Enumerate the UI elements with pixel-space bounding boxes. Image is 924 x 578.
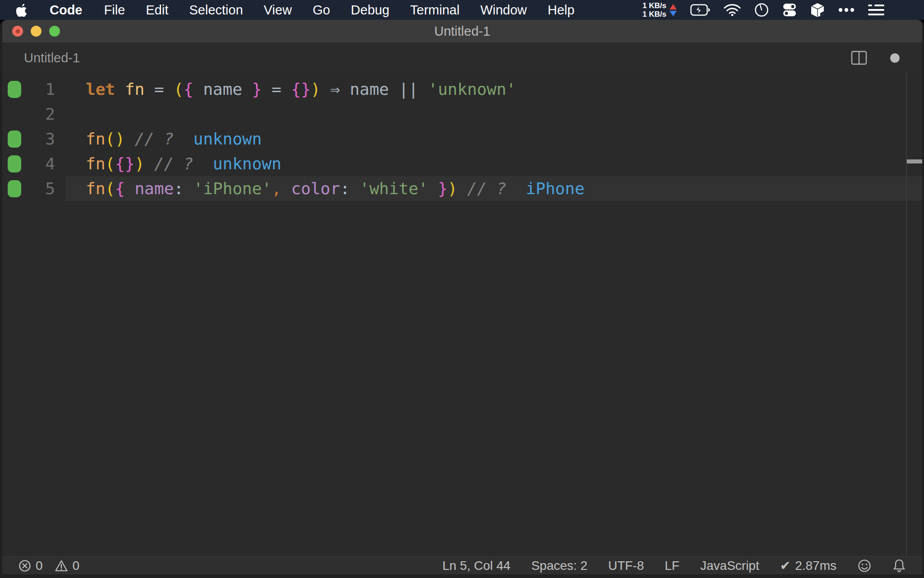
menu-item-selection[interactable]: Selection xyxy=(189,3,243,18)
window-bottom-edge xyxy=(2,574,922,578)
line-number: 4 xyxy=(2,151,55,176)
menu-item-window[interactable]: Window xyxy=(480,3,527,18)
menu-item-terminal[interactable]: Terminal xyxy=(410,3,460,18)
clock-icon[interactable] xyxy=(754,3,769,17)
code-lines: 1let fn = ({ name } = {}) ⇒ name || 'unk… xyxy=(2,77,922,201)
tab-actions xyxy=(850,49,900,66)
status-bar-right: Ln 5, Col 44 Spaces: 2 UTF-8 LF JavaScri… xyxy=(442,558,906,573)
code-text: let fn = ({ name } = {}) ⇒ name || 'unkn… xyxy=(86,77,516,102)
zoom-button[interactable] xyxy=(49,26,60,37)
menu-item-app[interactable]: Code xyxy=(50,3,83,18)
line-number: 1 xyxy=(2,77,55,102)
vscode-window: Untitled-1 Untitled-1 1let fn = ({ name … xyxy=(0,20,924,578)
feedback-smiley-icon[interactable] xyxy=(857,559,872,573)
split-editor-icon[interactable] xyxy=(850,49,868,66)
traffic-lights xyxy=(12,20,60,42)
perf-time: 2.87ms xyxy=(795,559,836,573)
menubar-status-area: 1 KB/s 1 KB/s xyxy=(642,1,924,19)
menu-items: FileEditSelectionViewGoDebugTerminalWind… xyxy=(104,3,575,18)
wifi-icon[interactable] xyxy=(724,4,741,16)
cursor-position-marker xyxy=(907,159,922,163)
tab-untitled-1[interactable]: Untitled-1 xyxy=(24,51,80,65)
minimize-button[interactable] xyxy=(31,26,42,37)
toggles-icon[interactable] xyxy=(782,3,797,17)
menu-item-debug[interactable]: Debug xyxy=(351,3,389,18)
status-bar: 0 0 Ln 5, Col 44 Spaces: 2 UTF-8 LF Java… xyxy=(2,556,922,574)
net-down-label: 1 KB/s xyxy=(642,10,666,19)
error-count: 0 xyxy=(36,559,43,573)
overview-ruler xyxy=(906,73,907,556)
code-line-4[interactable]: 4fn({}) // ? unknown xyxy=(2,151,922,176)
network-speed-indicator[interactable]: 1 KB/s 1 KB/s xyxy=(642,1,677,19)
apple-menu[interactable] xyxy=(16,3,28,17)
menu-item-view[interactable]: View xyxy=(264,3,292,18)
line-number: 3 xyxy=(2,126,55,151)
code-line-1[interactable]: 1let fn = ({ name } = {}) ⇒ name || 'unk… xyxy=(2,77,922,102)
code-line-5[interactable]: 5fn({ name: 'iPhone', color: 'white' }) … xyxy=(2,176,922,201)
unsaved-indicator-dot xyxy=(16,29,20,33)
window-title: Untitled-1 xyxy=(434,24,490,39)
quokka-perf[interactable]: ✔ 2.87ms xyxy=(780,558,836,573)
cursor-position[interactable]: Ln 5, Col 44 xyxy=(442,559,510,573)
code-text: fn() // ? unknown xyxy=(86,126,262,151)
close-button[interactable] xyxy=(12,26,23,37)
notifications-bell-icon[interactable] xyxy=(892,559,906,573)
code-text: fn({}) // ? unknown xyxy=(86,151,282,176)
language-mode[interactable]: JavaScript xyxy=(700,559,759,573)
indentation[interactable]: Spaces: 2 xyxy=(531,559,587,573)
net-up-label: 1 KB/s xyxy=(642,1,666,10)
code-text: fn({ name: 'iPhone', color: 'white' }) /… xyxy=(86,176,585,201)
menu-item-go[interactable]: Go xyxy=(313,3,330,18)
apple-icon xyxy=(16,3,28,17)
encoding[interactable]: UTF-8 xyxy=(608,559,644,573)
eol-sequence[interactable]: LF xyxy=(665,559,679,573)
errors-icon xyxy=(18,559,31,572)
menu-bar: Code FileEditSelectionViewGoDebugTermina… xyxy=(0,0,924,20)
menu-item-help[interactable]: Help xyxy=(548,3,575,18)
warning-count: 0 xyxy=(73,559,80,573)
problems-status[interactable]: 0 0 xyxy=(18,559,87,573)
warnings-icon xyxy=(55,559,68,572)
line-number: 5 xyxy=(2,176,55,201)
code-line-2[interactable]: 2 xyxy=(2,102,922,126)
check-icon: ✔ xyxy=(780,558,790,573)
menu-item-edit[interactable]: Edit xyxy=(146,3,168,18)
desktop: Code FileEditSelectionViewGoDebugTermina… xyxy=(0,0,924,578)
title-bar[interactable]: Untitled-1 xyxy=(2,20,922,42)
cube-icon[interactable] xyxy=(810,2,825,18)
ellipsis-icon[interactable] xyxy=(838,8,855,12)
menu-item-file[interactable]: File xyxy=(104,3,125,18)
battery-charging-icon[interactable] xyxy=(690,4,710,16)
upload-arrow-icon xyxy=(670,4,677,9)
code-line-3[interactable]: 3fn() // ? unknown xyxy=(2,126,922,151)
unsaved-dot[interactable] xyxy=(890,53,900,63)
editor[interactable]: 1let fn = ({ name } = {}) ⇒ name || 'unk… xyxy=(2,73,922,556)
list-menu-icon[interactable] xyxy=(868,4,884,16)
tab-bar: Untitled-1 xyxy=(2,42,922,73)
download-arrow-icon xyxy=(670,11,677,16)
line-number: 2 xyxy=(2,102,55,126)
